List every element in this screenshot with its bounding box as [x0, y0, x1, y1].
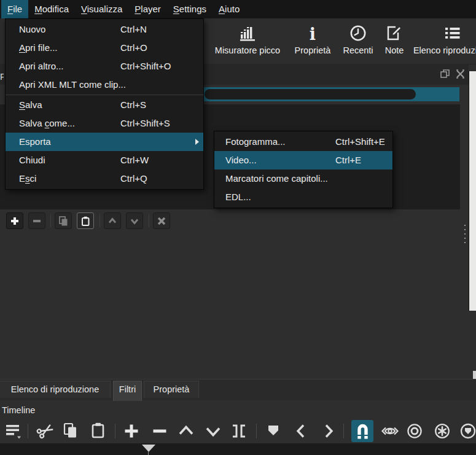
shotcut-window: { "colors":{ "accent_menu":"#17566c", "a… [0, 0, 476, 455]
timeline-ruler[interactable] [0, 443, 476, 455]
filters-panel-title-fragment: F [0, 72, 4, 83]
toolbar-peak-meter[interactable]: Misuratore picco [209, 23, 286, 55]
submenu-item-marcatori-come-capitoli[interactable]: Marcatori come capitoli... [214, 169, 392, 188]
splitter-grip[interactable] [464, 225, 466, 245]
ripple-all-tracks-icon[interactable] [433, 422, 451, 440]
divider [343, 424, 344, 438]
prev-marker-icon[interactable] [292, 422, 310, 440]
toolbar-peak-meter-label: Misuratore picco [215, 45, 280, 55]
divider [149, 214, 149, 227]
divider [115, 424, 115, 438]
filter-search-selected-text [205, 89, 416, 99]
panel-window-controls [440, 69, 466, 79]
playhead[interactable] [142, 445, 155, 452]
append-icon[interactable] [122, 422, 141, 440]
paste-icon[interactable] [89, 422, 107, 440]
playlist-icon [443, 23, 462, 42]
toolbar-properties-label: Proprietà [295, 45, 331, 55]
submenu-item-video[interactable]: Video...Ctrl+E [214, 151, 392, 169]
menu-item-esci[interactable]: EsciCtrl+Q [6, 169, 203, 188]
float-icon[interactable] [440, 69, 450, 79]
toolbar-notes[interactable]: Note [377, 23, 412, 55]
playhead-stem [148, 452, 149, 455]
menu-item-salva[interactable]: SalvaCtrl+S [6, 96, 203, 114]
menu-separator [6, 95, 203, 95]
chevron-down-icon [130, 216, 139, 226]
timeline-menu-icon[interactable] [4, 422, 23, 440]
timeline-panel-title: Timeline [2, 405, 35, 415]
submenu-arrow-icon [195, 139, 199, 145]
toolbar-recent-label: Recenti [343, 45, 373, 55]
tab-proprieta[interactable]: Proprietà [144, 381, 199, 398]
menu-item-chiudi[interactable]: ChiudiCtrl+W [6, 151, 203, 169]
move-filter-up-button[interactable] [104, 212, 121, 229]
menu-player[interactable]: Player [128, 0, 167, 18]
submenu-item-edl[interactable]: EDL... [214, 188, 392, 206]
close-icon[interactable] [455, 69, 466, 79]
split-icon[interactable] [230, 422, 248, 440]
menu-settings[interactable]: Settings [167, 0, 213, 18]
menu-item-apri-xml-mlt[interactable]: Apri XML MLT come clip... [6, 76, 203, 94]
move-filter-down-button[interactable] [126, 212, 143, 229]
copy-icon [58, 216, 68, 226]
info-icon: i [310, 23, 316, 42]
divider [99, 214, 100, 227]
tab-filtri[interactable]: Filtri [113, 381, 142, 401]
file-menu: NuovoCtrl+N Apri file...Ctrl+O Apri altr… [5, 18, 204, 190]
toolbar-recent[interactable]: Recenti [339, 23, 377, 55]
overwrite-icon[interactable] [204, 422, 222, 440]
next-marker-icon[interactable] [319, 422, 338, 440]
note-icon [385, 23, 404, 42]
toolbar-playlist-label: Elenco riproduzione [413, 45, 476, 55]
copy-filter-button[interactable] [55, 212, 72, 229]
minus-icon [32, 216, 42, 226]
toolbar-playlist[interactable]: Elenco riproduzione [413, 23, 476, 55]
menu-item-nuovo[interactable]: NuovoCtrl+N [6, 20, 203, 39]
menubar: File Modifica Visualizza Player Settings… [0, 0, 476, 18]
cut-icon[interactable] [36, 422, 55, 440]
deselect-filter-button[interactable] [153, 212, 170, 229]
toolbar-properties[interactable]: i Proprietà [286, 23, 339, 55]
add-filter-button[interactable] [6, 212, 23, 229]
ripple-icon[interactable] [405, 422, 424, 440]
copy-icon[interactable] [62, 422, 80, 440]
paste-icon [80, 216, 90, 226]
ripple-markers-icon[interactable] [459, 422, 476, 440]
paste-filter-button[interactable] [77, 212, 94, 229]
menu-item-apri-altro[interactable]: Apri altro...Ctrl+Shift+O [6, 57, 203, 76]
adjacent-panel-sliver [469, 71, 476, 311]
x-icon [157, 216, 166, 226]
divider [50, 214, 51, 227]
menu-aiuto[interactable]: Aiuto [213, 0, 246, 18]
scrub-while-dragging-icon[interactable] [381, 422, 399, 440]
menu-modifica[interactable]: Modifica [28, 0, 75, 18]
plus-icon [10, 216, 20, 226]
menu-file[interactable]: File [1, 0, 28, 18]
export-submenu: Fotogramma...Ctrl+Shift+E Video...Ctrl+E… [214, 131, 393, 208]
toolbar-notes-label: Note [385, 45, 404, 55]
panel-tabbar: Elenco di riproduzione Filtri Proprietà [0, 379, 476, 400]
menu-visualizza[interactable]: Visualizza [75, 0, 128, 18]
chevron-up-icon [107, 216, 117, 226]
ripple-delete-icon[interactable] [150, 422, 169, 440]
lift-icon[interactable] [177, 422, 195, 440]
menu-item-esporta[interactable]: Esporta [6, 133, 203, 151]
remove-filter-button[interactable] [28, 212, 45, 229]
menu-item-salva-come[interactable]: Salva come...Ctrl+Shift+S [6, 114, 203, 133]
menu-item-apri-file[interactable]: Apri file...Ctrl+O [6, 39, 203, 57]
snap-icon[interactable] [351, 420, 373, 442]
marker-icon[interactable] [264, 422, 283, 440]
tab-elenco-di-riproduzione[interactable]: Elenco di riproduzione [0, 381, 111, 398]
divider [256, 424, 257, 438]
divider [28, 424, 28, 438]
submenu-item-fotogramma[interactable]: Fotogramma...Ctrl+Shift+E [214, 133, 392, 151]
clock-icon [349, 23, 367, 42]
peak-meter-icon [238, 23, 257, 42]
